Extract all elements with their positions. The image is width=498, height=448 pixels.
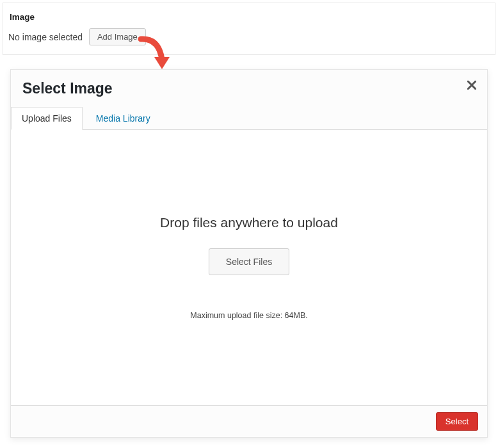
panel-title: Image bbox=[8, 12, 486, 22]
select-files-button[interactable]: Select Files bbox=[209, 248, 289, 275]
select-image-modal: Select Image Upload Files Media Library … bbox=[10, 69, 488, 438]
tab-upload-files[interactable]: Upload Files bbox=[11, 107, 83, 130]
image-field-panel: Image No image selected Add Image bbox=[3, 3, 495, 55]
no-image-status: No image selected bbox=[8, 32, 83, 42]
modal-title: Select Image bbox=[22, 80, 476, 97]
upload-dropzone[interactable]: Drop files anywhere to upload Select Fil… bbox=[11, 129, 487, 405]
add-image-button[interactable]: Add Image bbox=[89, 28, 146, 45]
select-button[interactable]: Select bbox=[436, 412, 478, 431]
modal-tabs: Upload Files Media Library bbox=[11, 107, 487, 130]
drop-instruction-text: Drop files anywhere to upload bbox=[160, 215, 338, 230]
modal-header: Select Image bbox=[11, 70, 487, 106]
close-icon[interactable] bbox=[464, 77, 479, 93]
modal-footer: Select bbox=[11, 405, 487, 437]
tab-media-library[interactable]: Media Library bbox=[85, 107, 161, 130]
max-file-size-text: Maximum upload file size: 64MB. bbox=[190, 311, 307, 320]
panel-body: No image selected Add Image bbox=[8, 28, 486, 45]
